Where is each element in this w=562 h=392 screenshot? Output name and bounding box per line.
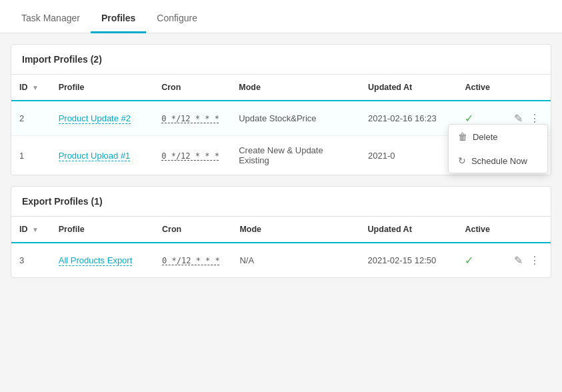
delete-label: Delete	[473, 132, 498, 142]
cell-id: 3	[11, 243, 51, 277]
col-header-cron: Cron	[153, 75, 231, 101]
col-header-actions	[503, 75, 551, 101]
col-header-updated: Updated At	[360, 75, 457, 101]
cell-id: 1	[11, 136, 51, 175]
cell-mode: Create New & Update Existing	[231, 136, 360, 175]
col-header-id: ID ▼	[11, 217, 51, 243]
export-profiles-title: Export Profiles (1)	[11, 187, 551, 217]
cron-value: 0 */12 * * *	[161, 151, 219, 161]
col-header-id: ID ▼	[11, 75, 51, 101]
profile-link[interactable]: All Products Export	[59, 255, 133, 266]
refresh-icon: ↻	[458, 155, 466, 166]
cell-profile: All Products Export	[51, 243, 154, 277]
col-header-actions	[503, 217, 551, 243]
tab-task-manager[interactable]: Task Manager	[11, 5, 91, 33]
profile-link[interactable]: Product Upload #1	[59, 151, 131, 161]
export-profiles-panel: Export Profiles (1) ID ▼ Profile Cron Mo…	[11, 186, 551, 278]
cell-active: ✓	[457, 243, 503, 277]
col-header-mode: Mode	[231, 75, 360, 101]
cell-cron: 0 */12 * * *	[154, 243, 231, 277]
table-row: 3 All Products Export 0 */12 * * * N/A 2…	[11, 243, 551, 277]
cell-mode: N/A	[231, 243, 359, 277]
cell-updated-at: 2021-0	[360, 136, 457, 175]
col-header-profile: Profile	[51, 75, 154, 101]
import-profiles-title: Import Profiles (2)	[11, 45, 551, 75]
tab-profiles[interactable]: Profiles	[91, 5, 146, 33]
col-header-active: Active	[457, 75, 503, 101]
cell-id: 2	[11, 101, 51, 136]
active-check-icon: ✓	[465, 113, 473, 124]
profile-link[interactable]: Product Update #2	[59, 113, 131, 124]
cron-value: 0 */12 * * *	[162, 256, 220, 265]
sort-icon: ▼	[32, 226, 39, 233]
cell-cron: 0 */12 * * *	[153, 101, 231, 136]
import-profiles-table: ID ▼ Profile Cron Mode Updated At Active…	[11, 75, 551, 175]
actions-cell: ✎ ⋮	[511, 253, 543, 268]
edit-icon[interactable]: ✎	[511, 253, 525, 268]
cron-value: 0 */12 * * *	[161, 114, 219, 123]
col-header-updated: Updated At	[360, 217, 457, 243]
active-check-icon: ✓	[465, 255, 473, 266]
actions-cell: ✎ ⋮ 🗑 Delete ↻	[511, 111, 543, 126]
export-profiles-table: ID ▼ Profile Cron Mode Updated At Active…	[11, 217, 551, 277]
import-profiles-panel: Import Profiles (2) ID ▼ Profile Cron Mo…	[11, 44, 551, 175]
top-navigation: Task Manager Profiles Configure	[0, 0, 562, 33]
cell-mode: Update Stock&Price	[231, 101, 360, 136]
context-menu: 🗑 Delete ↻ Schedule Now	[448, 124, 548, 173]
col-header-mode: Mode	[231, 217, 359, 243]
cell-actions: ✎ ⋮ 🗑 Delete ↻	[503, 101, 551, 136]
context-menu-schedule-now[interactable]: ↻ Schedule Now	[449, 149, 547, 173]
more-icon[interactable]: ⋮	[527, 253, 543, 268]
col-header-profile: Profile	[51, 217, 154, 243]
table-row: 2 Product Update #2 0 */12 * * * Update …	[11, 101, 551, 136]
schedule-now-label: Schedule Now	[471, 156, 527, 166]
main-content: Import Profiles (2) ID ▼ Profile Cron Mo…	[0, 33, 562, 392]
cell-profile: Product Upload #1	[51, 136, 154, 175]
cell-updated-at: 2021-02-15 12:50	[360, 243, 457, 277]
export-table-header-row: ID ▼ Profile Cron Mode Updated At Active	[11, 217, 551, 243]
cell-updated-at: 2021-02-16 16:23	[360, 101, 457, 136]
more-menu-wrapper: ⋮ 🗑 Delete ↻ Schedule Now	[527, 111, 543, 126]
trash-icon: 🗑	[458, 131, 467, 142]
context-menu-delete[interactable]: 🗑 Delete	[449, 125, 547, 149]
sort-icon: ▼	[32, 84, 39, 91]
import-table-header-row: ID ▼ Profile Cron Mode Updated At Active	[11, 75, 551, 101]
cell-profile: Product Update #2	[51, 101, 154, 136]
cell-actions: ✎ ⋮	[503, 243, 551, 277]
tab-configure[interactable]: Configure	[146, 5, 208, 33]
col-header-active: Active	[457, 217, 503, 243]
col-header-cron: Cron	[154, 217, 231, 243]
cell-cron: 0 */12 * * *	[153, 136, 231, 175]
